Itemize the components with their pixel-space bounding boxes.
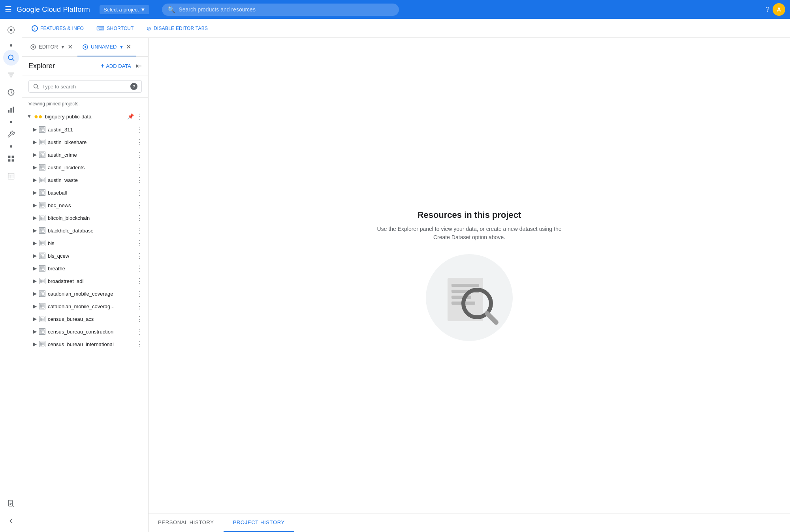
dataset-expand-icon[interactable]: ▶ [33,165,37,170]
project-more-icon[interactable]: ⋮ [136,112,143,121]
tab-editor[interactable]: EDITOR ▼ ✕ [25,38,77,56]
dataset-row[interactable]: ▶ baseball ⋮ [22,186,148,199]
brand-title: Google Cloud Platform [17,6,90,14]
features-info-label: FEATURES & INFO [40,26,84,31]
nav-expand-icon[interactable] [3,513,19,529]
tab-unnamed-chevron[interactable]: ▼ [119,44,124,50]
dataset-row[interactable]: ▶ bitcoin_blockchain ⋮ [22,212,148,224]
dataset-expand-icon[interactable]: ▶ [33,329,37,334]
dataset-expand-icon[interactable]: ▶ [33,253,37,259]
dataset-name: blackhole_database [48,228,134,234]
dataset-expand-icon[interactable]: ▶ [33,177,37,183]
project-select[interactable]: Select a project ▼ [100,5,149,14]
dataset-more-icon[interactable]: ⋮ [136,264,143,273]
dataset-row[interactable]: ▶ austin_bikeshare ⋮ [22,136,148,148]
dataset-more-icon[interactable]: ⋮ [136,201,143,210]
nav-chart-icon[interactable] [3,102,19,118]
dataset-expand-icon[interactable]: ▶ [33,190,37,195]
dataset-more-icon[interactable]: ⋮ [136,176,143,184]
dataset-more-icon[interactable]: ⋮ [136,214,143,222]
svg-rect-8 [8,110,9,113]
dataset-row[interactable]: ▶ breathe ⋮ [22,262,148,275]
dataset-row[interactable]: ▶ austin_incidents ⋮ [22,161,148,174]
dataset-more-icon[interactable]: ⋮ [136,188,143,197]
nav-search-icon[interactable] [3,50,19,66]
tab-unnamed[interactable]: UNNAMED ▼ ✕ [77,38,136,56]
dataset-expand-icon[interactable]: ▶ [33,202,37,208]
global-search[interactable]: 🔍 [162,4,399,16]
nav-home-icon[interactable] [3,22,19,38]
search-help-icon[interactable]: ? [130,83,137,90]
dataset-expand-icon[interactable]: ▶ [33,341,37,347]
dataset-row[interactable]: ▶ census_bureau_construction ⋮ [22,325,148,338]
dataset-more-icon[interactable]: ⋮ [136,315,143,323]
add-data-button[interactable]: + ADD DATA [101,62,131,69]
dataset-more-icon[interactable]: ⋮ [136,251,143,260]
dataset-row[interactable]: ▶ census_bureau_acs ⋮ [22,313,148,325]
nav-grid-icon[interactable] [3,151,19,167]
dataset-more-icon[interactable]: ⋮ [136,163,143,172]
dataset-more-icon[interactable]: ⋮ [136,125,143,134]
nav-table-icon[interactable] [3,168,19,184]
dataset-expand-icon[interactable]: ▶ [33,215,37,221]
dataset-row[interactable]: ▶ bls ⋮ [22,237,148,249]
disable-editor-tabs-button[interactable]: ⊘ DISABLE EDITOR TABS [143,23,211,34]
dataset-expand-icon[interactable]: ▶ [33,316,37,322]
dataset-more-icon[interactable]: ⋮ [136,239,143,247]
dataset-more-icon[interactable]: ⋮ [136,138,143,146]
dataset-row[interactable]: ▶ blackhole_database ⋮ [22,224,148,237]
pin-icon[interactable]: 📌 [127,113,134,120]
dataset-row[interactable]: ▶ bls_qcew ⋮ [22,249,148,262]
dataset-expand-icon[interactable]: ▶ [33,139,37,145]
project-expand-icon[interactable]: ▼ [27,114,32,119]
tab-unnamed-close[interactable]: ✕ [126,43,131,51]
project-row[interactable]: ▼ ●● bigquery-public-data 📌 ⋮ [22,110,148,123]
dataset-row[interactable]: ▶ austin_311 ⋮ [22,123,148,136]
tab-editor-close[interactable]: ✕ [68,43,73,51]
dataset-row[interactable]: ▶ catalonian_mobile_coverage ⋮ [22,287,148,300]
dataset-row[interactable]: ▶ census_bureau_international ⋮ [22,338,148,350]
nav-history-icon[interactable] [3,84,19,100]
global-search-input[interactable] [179,6,393,13]
dataset-expand-icon[interactable]: ▶ [33,291,37,296]
dataset-row[interactable]: ▶ catalonian_mobile_coverag... ⋮ [22,300,148,313]
help-icon[interactable]: ? [766,6,769,14]
dataset-row[interactable]: ▶ bbc_news ⋮ [22,199,148,212]
shortcut-button[interactable]: ⌨ SHORTCUT [93,23,137,34]
dataset-expand-icon[interactable]: ▶ [33,228,37,233]
dataset-expand-icon[interactable]: ▶ [33,303,37,309]
nav-filter-icon[interactable] [3,67,19,83]
svg-rect-46 [40,178,44,182]
nav-wrench-icon[interactable] [3,126,19,142]
dataset-more-icon[interactable]: ⋮ [136,150,143,159]
dataset-expand-icon[interactable]: ▶ [33,152,37,157]
dataset-row[interactable]: ▶ austin_waste ⋮ [22,174,148,186]
dataset-more-icon[interactable]: ⋮ [136,226,143,235]
personal-history-tab[interactable]: PERSONAL HISTORY [149,513,224,532]
explorer-tree: ▼ ●● bigquery-public-data 📌 ⋮ ▶ austin_3… [22,110,148,532]
dataset-expand-icon[interactable]: ▶ [33,278,37,284]
project-history-tab[interactable]: PROJECT HISTORY [224,513,294,532]
collapse-panel-icon[interactable]: ⇤ [136,62,142,70]
nav-doc-icon[interactable] [3,496,19,511]
dataset-name: bls [48,240,134,246]
svg-rect-9 [10,108,11,113]
dataset-row[interactable]: ▶ broadstreet_adi ⋮ [22,275,148,287]
dataset-expand-icon[interactable]: ▶ [33,240,37,246]
dataset-more-icon[interactable]: ⋮ [136,289,143,298]
dataset-more-icon[interactable]: ⋮ [136,340,143,348]
dataset-table-icon [39,126,45,133]
explorer-search-input[interactable] [42,84,127,90]
features-info-button[interactable]: i FEATURES & INFO [28,23,87,34]
dataset-expand-icon[interactable]: ▶ [33,266,37,271]
project-name: bigquery-public-data [45,114,125,120]
dataset-more-icon[interactable]: ⋮ [136,277,143,285]
dataset-expand-icon[interactable]: ▶ [33,127,37,132]
explorer-panel: EDITOR ▼ ✕ UNNAMED ▼ ✕ Explorer [22,38,149,532]
tab-editor-chevron[interactable]: ▼ [60,44,65,50]
dataset-row[interactable]: ▶ austin_crime ⋮ [22,148,148,161]
menu-icon[interactable]: ☰ [5,5,12,14]
dataset-more-icon[interactable]: ⋮ [136,327,143,336]
dataset-more-icon[interactable]: ⋮ [136,302,143,311]
avatar[interactable]: A [773,3,785,16]
